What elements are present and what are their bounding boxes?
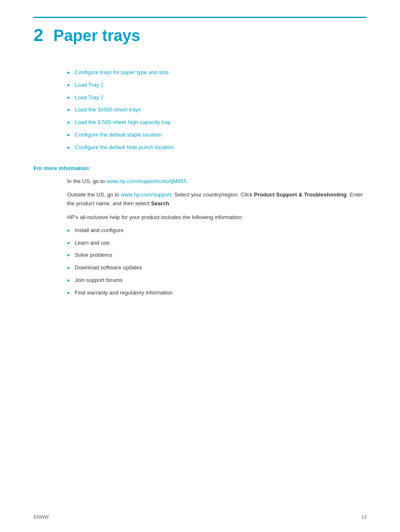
info-list: • Install and configure • Learn and use … xyxy=(67,227,366,298)
bullet-icon: • xyxy=(67,144,70,152)
us-link[interactable]: www.hp.com/support/colorljM855 xyxy=(106,178,187,184)
us-paragraph: In the US, go to www.hp.com/support/colo… xyxy=(67,177,366,186)
us-text-before: In the US, go to xyxy=(67,178,106,184)
footer-right: 13 xyxy=(361,514,366,519)
list-item: • Configure the default staple location xyxy=(67,132,366,140)
info-item-forums: Join support forums xyxy=(75,277,122,283)
list-item: • Find warranty and regulatory informati… xyxy=(67,289,366,298)
list-item: • Load Tray 2 xyxy=(67,94,366,103)
info-item-warranty: Find warranty and regulatory information xyxy=(75,289,172,296)
list-item: • Solve problems xyxy=(67,252,366,260)
footer: ENWW 13 xyxy=(34,514,366,519)
bullet-icon: • xyxy=(67,264,70,273)
list-item: • Configure the default hole punch locat… xyxy=(67,144,366,152)
info-item-solve: Solve problems xyxy=(75,252,112,258)
for-more-section: For more information: In the US, go to w… xyxy=(34,165,366,298)
outside-us-text-end: . xyxy=(169,200,171,207)
page-container: 2 Paper trays • Configure trays for pape… xyxy=(0,0,400,532)
list-item: • Configure trays for paper type and siz… xyxy=(67,69,366,77)
bullet-icon: • xyxy=(67,277,70,285)
bullet-icon: • xyxy=(67,119,70,127)
info-item-learn: Learn and use xyxy=(75,240,109,246)
list-item: • Install and configure xyxy=(67,227,366,235)
top-border-line xyxy=(34,17,366,18)
chapter-title: Paper trays xyxy=(53,28,140,44)
bullet-icon: • xyxy=(67,106,70,115)
outside-us-paragraph: Outside the US, go to www.hp.com/support… xyxy=(67,191,366,208)
configure-staple-link[interactable]: Configure the default staple location xyxy=(75,132,161,138)
load-tray-2-link[interactable]: Load Tray 2 xyxy=(75,94,104,101)
bullet-icon: • xyxy=(67,132,70,140)
outside-us-text-before: Outside the US, go to xyxy=(67,191,121,198)
info-item-download: Download software updates xyxy=(75,264,142,271)
configure-trays-link[interactable]: Configure trays for paper type and size xyxy=(75,69,169,75)
bullet-icon: • xyxy=(67,289,70,298)
bullet-icon: • xyxy=(67,252,70,260)
load-3x500-link[interactable]: Load the 3x500-sheet trays xyxy=(75,106,141,113)
list-item: • Learn and use xyxy=(67,240,366,248)
bullet-icon: • xyxy=(67,227,70,235)
configure-hole-link[interactable]: Configure the default hole punch locatio… xyxy=(75,144,174,150)
us-text-after: . xyxy=(187,178,188,184)
list-item: • Load the 3,500-sheet high-capacity tra… xyxy=(67,119,366,127)
list-item: • Download software updates xyxy=(67,264,366,273)
chapter-number: 2 xyxy=(34,26,43,44)
load-tray-1-link[interactable]: Load Tray 1 xyxy=(75,82,104,88)
list-item: • Load Tray 1 xyxy=(67,82,366,90)
bullet-icon: • xyxy=(67,240,70,248)
info-item-install: Install and configure xyxy=(75,227,123,233)
for-more-label: For more information: xyxy=(34,165,366,171)
outside-us-bold2: Search xyxy=(151,200,169,207)
hp-help-text: HP's all-inclusive help for your product… xyxy=(67,213,366,222)
for-more-body: In the US, go to www.hp.com/support/colo… xyxy=(67,177,366,298)
footer-left: ENWW xyxy=(34,514,49,519)
bullet-icon: • xyxy=(67,94,70,103)
outside-us-text-after: . Select your country/region. Click xyxy=(171,191,254,198)
load-3500-link[interactable]: Load the 3,500-sheet high-capacity tray xyxy=(75,119,170,125)
list-item: • Load the 3x500-sheet trays xyxy=(67,106,366,115)
chapter-header: 2 Paper trays xyxy=(34,26,366,44)
toc-list: • Configure trays for paper type and siz… xyxy=(67,69,366,152)
bullet-icon: • xyxy=(67,82,70,90)
outside-us-bold1: Product Support & Troubleshooting xyxy=(254,191,347,198)
list-item: • Join support forums xyxy=(67,277,366,285)
bullet-icon: • xyxy=(67,69,70,77)
outside-us-link[interactable]: www.hp.com/support xyxy=(121,191,171,198)
